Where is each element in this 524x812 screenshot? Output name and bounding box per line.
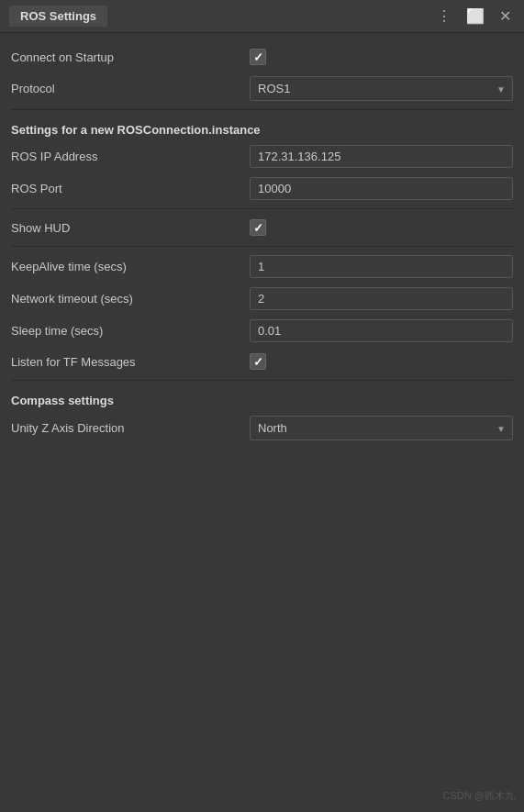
sleep-time-row: Sleep time (secs) (11, 315, 513, 347)
listen-tf-checkbox[interactable] (250, 353, 266, 370)
protocol-value: ROS1 ROS2 ▼ (250, 76, 513, 101)
unity-z-axis-select[interactable]: North South East West (250, 416, 513, 440)
section1-header: Settings for a new ROSConnection.instanc… (11, 114, 513, 140)
listen-tf-value (250, 353, 513, 370)
show-hud-value (250, 219, 513, 236)
show-hud-label: Show HUD (11, 221, 250, 235)
show-hud-checkbox-wrapper (250, 219, 513, 236)
keepalive-input[interactable] (250, 255, 513, 278)
unity-z-axis-value: North South East West ▼ (250, 416, 513, 440)
ros-ip-row: ROS IP Address (11, 140, 513, 172)
connect-on-startup-row: Connect on Startup (11, 42, 513, 72)
listen-tf-label: Listen for TF Messages (11, 355, 250, 369)
close-button[interactable]: ✕ (496, 7, 515, 26)
listen-tf-checkbox-wrapper (250, 353, 513, 370)
listen-tf-row: Listen for TF Messages (11, 347, 513, 376)
connect-on-startup-label: Connect on Startup (11, 50, 250, 64)
connect-on-startup-checkbox[interactable] (250, 49, 266, 65)
show-hud-row: Show HUD (11, 213, 513, 242)
ros-settings-window: ROS Settings ⋮ ⬜ ✕ Connect on Startup Pr… (0, 0, 524, 812)
show-hud-checkbox[interactable] (250, 219, 266, 236)
sleep-time-value (250, 319, 513, 342)
menu-button[interactable]: ⋮ (433, 7, 455, 26)
settings-content: Connect on Startup Protocol ROS1 ROS2 ▼ (0, 33, 524, 812)
divider-3 (11, 246, 513, 247)
connect-on-startup-checkbox-wrapper (250, 49, 513, 65)
watermark: CSDN @西木九 (443, 789, 515, 803)
protocol-label: Protocol (11, 82, 250, 95)
connect-on-startup-value (250, 49, 513, 65)
ros-port-row: ROS Port (11, 172, 513, 205)
restore-button[interactable]: ⬜ (463, 7, 488, 26)
window-title: ROS Settings (9, 6, 107, 27)
ros-ip-label: ROS IP Address (11, 150, 250, 163)
sleep-time-input[interactable] (250, 319, 513, 342)
protocol-row: Protocol ROS1 ROS2 ▼ (11, 72, 513, 106)
ros-port-label: ROS Port (11, 182, 250, 195)
unity-z-axis-select-wrapper: North South East West ▼ (250, 416, 513, 440)
section2-header: Compass settings (11, 384, 513, 411)
keepalive-label: KeepAlive time (secs) (11, 260, 250, 273)
protocol-select-wrapper: ROS1 ROS2 ▼ (250, 76, 513, 101)
title-bar: ROS Settings ⋮ ⬜ ✕ (0, 0, 524, 33)
network-timeout-input[interactable] (250, 287, 513, 310)
keepalive-value (250, 255, 513, 278)
divider-2 (11, 208, 513, 209)
ros-ip-input[interactable] (250, 145, 513, 168)
ros-port-input[interactable] (250, 177, 513, 200)
unity-z-axis-label: Unity Z Axis Direction (11, 421, 250, 435)
ros-port-value (250, 177, 513, 200)
keepalive-row: KeepAlive time (secs) (11, 250, 513, 283)
network-timeout-label: Network timeout (secs) (11, 292, 250, 306)
unity-z-axis-row: Unity Z Axis Direction North South East … (11, 411, 513, 445)
protocol-select[interactable]: ROS1 ROS2 (250, 76, 513, 101)
divider-4 (11, 380, 513, 381)
title-bar-left: ROS Settings (9, 6, 107, 27)
title-bar-controls: ⋮ ⬜ ✕ (433, 7, 515, 26)
network-timeout-value (250, 287, 513, 310)
ros-ip-value (250, 145, 513, 168)
sleep-time-label: Sleep time (secs) (11, 324, 250, 338)
network-timeout-row: Network timeout (secs) (11, 283, 513, 315)
divider-1 (11, 109, 513, 110)
